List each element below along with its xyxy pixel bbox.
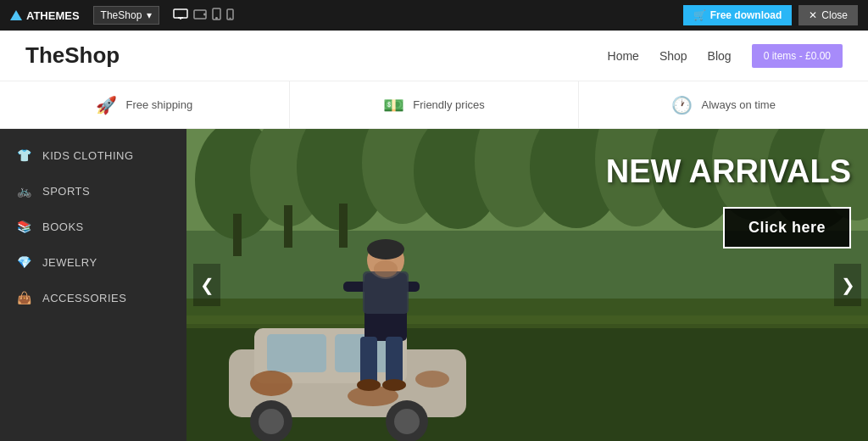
next-arrow-icon: ❯	[841, 275, 855, 295]
sidebar-item-sports[interactable]: 🚲 SPORTS	[0, 173, 186, 209]
feature-shipping-label: Free shipping	[125, 98, 192, 111]
svg-rect-25	[339, 204, 348, 248]
cart-button[interactable]: 0 items - £0.00	[752, 44, 843, 68]
accessories-icon: 👜	[17, 291, 32, 304]
hero-text-area: NEW ARRIVALS Click here	[606, 154, 851, 248]
sidebar-sports-label: SPORTS	[42, 185, 90, 198]
svg-point-48	[382, 379, 406, 391]
svg-point-33	[250, 371, 292, 396]
desktop-icon[interactable]	[173, 8, 188, 23]
sidebar-item-books[interactable]: 📚 BOOKS	[0, 209, 186, 244]
slider-next-button[interactable]: ❯	[834, 264, 861, 306]
svg-point-47	[357, 379, 381, 391]
sidebar-jewelry-label: JEWELRY	[42, 256, 97, 269]
svg-point-6	[216, 18, 217, 19]
nav-blog[interactable]: Blog	[708, 49, 732, 63]
free-download-button[interactable]: 🛒 Free download	[683, 5, 793, 25]
feature-prices: 💵 Friendly prices	[290, 81, 580, 128]
books-icon: 📚	[17, 220, 32, 233]
site-logo: TheShop	[25, 42, 120, 69]
jewelry-icon: 💎	[17, 255, 32, 269]
site-header: TheShop Home Shop Blog 0 items - £0.00	[0, 31, 868, 81]
device-icons	[173, 8, 234, 23]
feature-shipping: 🚀 Free shipping	[0, 81, 290, 128]
svg-rect-49	[363, 271, 409, 314]
site-nav: Home Shop Blog 0 items - £0.00	[608, 44, 843, 68]
svg-rect-23	[233, 214, 242, 256]
sports-icon: 🚲	[17, 184, 32, 198]
athemes-brand-label: ATHEMES	[26, 9, 80, 22]
topbar-left: ATHEMES TheShop ▾	[10, 6, 234, 25]
close-x-icon: ✕	[809, 9, 817, 21]
feature-time: 🕐 Always on time	[579, 81, 868, 128]
hero-heading: NEW ARRIVALS	[606, 154, 851, 190]
sidebar-item-accessories[interactable]: 👜 ACCESSORIES	[0, 280, 186, 315]
free-download-label: Free download	[710, 9, 782, 21]
svg-point-35	[415, 371, 449, 388]
svg-rect-46	[386, 337, 403, 383]
hero-slider: NEW ARRIVALS Click here ❮ ❯	[186, 129, 868, 441]
tablet-portrait-icon[interactable]	[212, 8, 221, 23]
close-button[interactable]: ✕ Close	[798, 5, 858, 25]
svg-rect-45	[360, 337, 377, 383]
prev-arrow-icon: ❮	[200, 275, 214, 295]
athemes-triangle-icon	[10, 10, 22, 20]
topbar-right: 🛒 Free download ✕ Close	[683, 5, 858, 25]
tablet-landscape-icon[interactable]	[193, 9, 207, 22]
svg-point-50	[374, 260, 398, 277]
slider-prev-button[interactable]: ❮	[193, 264, 220, 306]
topbar: ATHEMES TheShop ▾ 🛒	[0, 0, 868, 31]
clock-icon: 🕐	[671, 95, 693, 115]
theme-selector[interactable]: TheShop ▾	[93, 6, 160, 25]
kids-clothing-icon: 👕	[17, 148, 32, 162]
athemes-logo: ATHEMES	[10, 9, 80, 22]
svg-point-37	[259, 409, 284, 434]
rocket-icon: 🚀	[96, 95, 117, 115]
nav-shop[interactable]: Shop	[659, 49, 687, 63]
sidebar-kids-clothing-label: KIDS CLOTHING	[42, 149, 134, 162]
svg-rect-28	[186, 315, 868, 328]
dropdown-chevron-icon: ▾	[147, 9, 152, 21]
money-icon: 💵	[383, 95, 404, 115]
mobile-icon[interactable]	[226, 8, 234, 23]
sidebar: 👕 KIDS CLOTHING 🚲 SPORTS 📚 BOOKS 💎 JEWEL…	[0, 129, 186, 441]
feature-time-label: Always on time	[701, 98, 775, 111]
main-content: 👕 KIDS CLOTHING 🚲 SPORTS 📚 BOOKS 💎 JEWEL…	[0, 129, 868, 441]
svg-rect-0	[174, 9, 187, 18]
feature-prices-label: Friendly prices	[413, 98, 485, 111]
download-cart-icon: 🛒	[693, 9, 706, 21]
sidebar-item-kids-clothing[interactable]: 👕 KIDS CLOTHING	[0, 137, 186, 173]
svg-point-39	[394, 409, 420, 434]
nav-home[interactable]: Home	[608, 49, 639, 63]
click-here-button[interactable]: Click here	[723, 207, 851, 248]
sidebar-accessories-label: ACCESSORIES	[42, 292, 126, 304]
svg-rect-24	[284, 205, 292, 248]
features-bar: 🚀 Free shipping 💵 Friendly prices 🕐 Alwa…	[0, 81, 868, 129]
sidebar-item-jewelry[interactable]: 💎 JEWELRY	[0, 244, 186, 280]
close-label: Close	[821, 9, 848, 21]
svg-rect-31	[267, 334, 326, 372]
svg-point-4	[204, 14, 205, 14]
theme-name-label: TheShop	[101, 9, 142, 21]
svg-point-42	[367, 239, 404, 260]
sidebar-books-label: BOOKS	[42, 220, 84, 233]
